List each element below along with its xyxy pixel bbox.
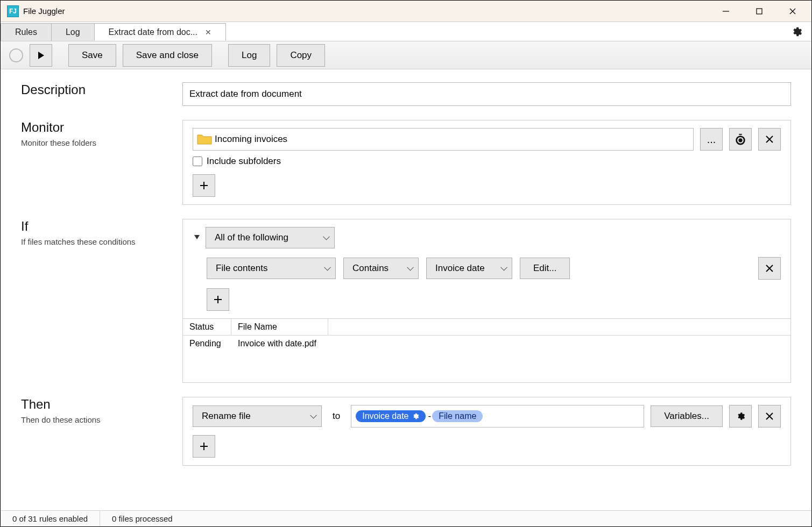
save-and-close-button[interactable]: Save and close [123, 44, 212, 67]
tab-label: Extract date from doc... [109, 27, 197, 37]
action-settings-button[interactable] [729, 405, 752, 428]
svg-marker-12 [194, 235, 200, 239]
browse-folder-button[interactable]: ... [700, 128, 723, 151]
action-dropdown[interactable]: Rename file [193, 405, 322, 427]
if-subtext: If files matches these conditions [21, 237, 177, 246]
if-section: If If files matches these conditions All… [21, 219, 791, 383]
pill-label: Invoice date [362, 411, 408, 421]
button-label: Edit... [533, 263, 556, 274]
col-status[interactable]: Status [183, 319, 231, 335]
timer-button[interactable] [729, 128, 752, 151]
dropdown-value: Contains [352, 263, 389, 274]
then-section: Then Then do these actions Rename file t… [21, 397, 791, 466]
remove-folder-button[interactable] [758, 128, 781, 151]
tab-label: Rules [15, 27, 37, 37]
condition-group-dropdown[interactable]: All of the following [206, 227, 335, 248]
if-heading: If [21, 219, 177, 234]
edit-condition-button[interactable]: Edit... [520, 258, 570, 279]
matches-table: Status File Name Pending Invoice with da… [182, 318, 791, 383]
monitor-folder-input[interactable]: Incoming invoices [193, 128, 694, 151]
description-heading: Description [21, 82, 177, 97]
ellipsis-label: ... [707, 133, 716, 146]
pill-label: File name [439, 411, 476, 421]
dropdown-value: File contents [216, 263, 267, 274]
monitor-heading: Monitor [21, 120, 177, 135]
app-icon: FJ [7, 5, 19, 17]
col-filename[interactable]: File Name [231, 319, 328, 335]
remove-condition-button[interactable] [758, 257, 781, 280]
button-label: Log [242, 50, 257, 61]
run-button[interactable] [30, 44, 52, 67]
close-tab-icon[interactable]: ✕ [205, 28, 211, 37]
svg-point-7 [738, 138, 742, 142]
remove-action-button[interactable] [758, 405, 781, 428]
gear-icon[interactable] [412, 412, 419, 420]
include-subfolders-label: Include subfolders [207, 156, 281, 167]
button-label: Save [82, 50, 103, 61]
status-rules: 0 of 31 rules enabled [1, 511, 100, 526]
folder-path: Incoming invoices [215, 134, 287, 145]
svg-rect-5 [739, 134, 742, 135]
monitor-subtext: Monitor these folders [21, 138, 177, 147]
maximize-button[interactable] [743, 1, 776, 22]
table-row[interactable]: Pending Invoice with date.pdf [183, 336, 790, 352]
log-button[interactable]: Log [228, 44, 270, 67]
app-title: File Juggler [23, 6, 65, 16]
variables-button[interactable]: Variables... [651, 405, 723, 427]
close-window-button[interactable] [776, 1, 809, 22]
status-bar: 0 of 31 rules enabled 0 files processed [1, 510, 811, 526]
separator-text: - [428, 411, 431, 422]
copy-button[interactable]: Copy [277, 44, 325, 67]
cell-filename: Invoice with date.pdf [238, 339, 784, 348]
button-label: Save and close [136, 50, 199, 61]
status-files: 0 files processed [100, 511, 185, 526]
add-condition-button[interactable] [207, 288, 229, 311]
main-content: Description Monitor Monitor these folder… [1, 69, 811, 510]
include-subfolders-checkbox[interactable] [193, 156, 202, 166]
dropdown-value: All of the following [215, 232, 288, 243]
variable-pill-file-name[interactable]: File name [432, 410, 483, 422]
settings-button[interactable] [787, 22, 806, 41]
collapse-toggle[interactable] [193, 233, 201, 242]
save-button[interactable]: Save [68, 44, 116, 67]
minimize-button[interactable] [709, 1, 743, 22]
tab-rules[interactable]: Rules [1, 23, 52, 41]
description-input[interactable] [182, 82, 791, 106]
variable-pill-invoice-date[interactable]: Invoice date [356, 410, 426, 422]
tab-strip: Rules Log Extract date from doc... ✕ [1, 22, 811, 41]
toolbar: Save Save and close Log Copy [1, 41, 811, 69]
tab-label: Log [66, 27, 80, 37]
folder-icon [196, 133, 213, 146]
monitor-section: Monitor Monitor these folders Incoming i… [21, 120, 791, 205]
condition-operator-dropdown[interactable]: Contains [343, 258, 419, 279]
svg-marker-4 [38, 52, 44, 59]
add-action-button[interactable] [193, 435, 215, 458]
condition-field-dropdown[interactable]: File contents [207, 258, 336, 279]
add-folder-button[interactable] [193, 174, 215, 197]
description-section: Description [21, 82, 791, 106]
button-label: Copy [290, 50, 312, 61]
cell-status: Pending [189, 339, 238, 348]
tab-log[interactable]: Log [51, 23, 95, 41]
action-value-input[interactable]: Invoice date - File name [351, 405, 644, 428]
then-subtext: Then do these actions [21, 415, 177, 424]
dropdown-value: Rename file [202, 411, 251, 422]
status-indicator [9, 48, 23, 62]
svg-rect-1 [757, 9, 762, 14]
title-bar: FJ File Juggler [1, 1, 811, 22]
tab-current-rule[interactable]: Extract date from doc... ✕ [94, 23, 226, 41]
condition-value-dropdown[interactable]: Invoice date [426, 258, 512, 279]
dropdown-value: Invoice date [435, 263, 485, 274]
then-heading: Then [21, 397, 177, 412]
button-label: Variables... [664, 411, 709, 422]
to-label: to [333, 411, 340, 422]
